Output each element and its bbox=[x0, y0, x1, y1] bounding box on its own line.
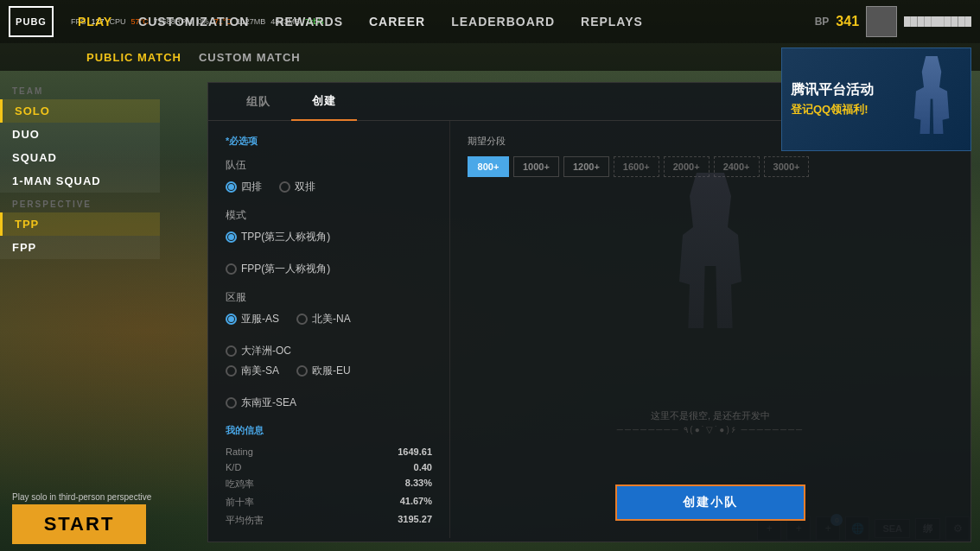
kd-label: K/D bbox=[226, 462, 241, 472]
rank-btn-1600[interactable]: 1600+ bbox=[614, 156, 659, 177]
radio-sea[interactable]: 东南亚-SEA bbox=[226, 396, 296, 410]
avgdmg-label: 平均伤害 bbox=[226, 514, 264, 527]
four-row-label: 四排 bbox=[241, 180, 262, 194]
team-section: 队伍 四排 双排 bbox=[226, 158, 432, 194]
bp-label: BP bbox=[815, 16, 830, 28]
radio-na[interactable]: 北美-NA bbox=[296, 312, 351, 326]
nav-career[interactable]: CAREER bbox=[369, 15, 425, 28]
promo-character bbox=[901, 56, 962, 142]
rank-btn-1200[interactable]: 1200+ bbox=[563, 156, 609, 177]
sidebar-item-fpp[interactable]: FPP bbox=[0, 236, 160, 259]
radio-oc[interactable]: 大洋洲-OC bbox=[226, 344, 291, 358]
win-value: 8.33% bbox=[405, 478, 432, 491]
radio-four-circle bbox=[226, 181, 237, 193]
radio-oc-circle bbox=[226, 345, 237, 357]
avatar[interactable] bbox=[866, 6, 897, 37]
radio-four-row[interactable]: 四排 bbox=[226, 180, 262, 194]
avgdmg-value: 3195.27 bbox=[398, 514, 432, 527]
na-label: 北美-NA bbox=[312, 312, 351, 326]
info-table: Rating 1649.61 K/D 0.40 吃鸡率 8.33% 前十率 41… bbox=[226, 444, 432, 529]
mode-radio-group: TPP(第三人称视角) FPP(第一人称视角) bbox=[226, 230, 432, 276]
pubg-logo: PUBG bbox=[9, 6, 54, 37]
sidebar-item-solo[interactable]: SOLO bbox=[0, 99, 160, 123]
info-row-win: 吃鸡率 8.33% bbox=[226, 475, 432, 493]
team-label: 队伍 bbox=[226, 158, 432, 173]
radio-fpp[interactable]: FPP(第一人称视角) bbox=[226, 262, 330, 276]
radio-tpp[interactable]: TPP(第三人称视角) bbox=[226, 230, 330, 244]
info-row-kd: K/D 0.40 bbox=[226, 459, 432, 475]
radio-asia[interactable]: 亚服-AS bbox=[226, 312, 279, 326]
sidebar-item-tpp[interactable]: TPP bbox=[0, 212, 160, 236]
start-description: Play solo in third-person perspective bbox=[12, 492, 151, 502]
radio-eu-circle bbox=[296, 365, 308, 377]
promo-card[interactable]: 腾讯平台活动 登记QQ领福利! bbox=[781, 48, 971, 151]
tab-group[interactable]: 组队 bbox=[226, 84, 291, 120]
fpp-mode-label: FPP(第一人称视角) bbox=[241, 262, 330, 276]
mode-label: 模式 bbox=[226, 208, 432, 223]
sidebar-item-squad[interactable]: SQUAD bbox=[0, 146, 160, 169]
tab-create[interactable]: 创建 bbox=[291, 83, 357, 121]
asia-label: 亚服-AS bbox=[241, 312, 279, 326]
subnav-custom-match[interactable]: CUSTOM MATCH bbox=[199, 51, 301, 64]
create-squad-button[interactable]: 创建小队 bbox=[615, 484, 805, 521]
two-row-label: 双排 bbox=[295, 180, 315, 194]
sa-label: 南美-SA bbox=[241, 364, 279, 378]
radio-sea-circle bbox=[226, 397, 237, 408]
kd-value: 0.40 bbox=[414, 462, 432, 472]
top10-value: 41.67% bbox=[400, 496, 432, 509]
wip-text: 这里不是很空, 是还在开发中 ──────── ٩(●˙▽˙●)۶ ──────… bbox=[617, 409, 804, 434]
radio-fpp-circle bbox=[226, 263, 237, 275]
sidebar-item-duo[interactable]: DUO bbox=[0, 123, 160, 146]
perspective-section-label: PERSPECTIVE bbox=[0, 193, 160, 212]
team-section-label: TEAM bbox=[0, 79, 160, 99]
wip-main: 这里不是很空, 是还在开发中 bbox=[617, 409, 804, 422]
panel-right: 期望分段 800+ 1000+ 1200+ 1600+ 2000+ 2400+ … bbox=[450, 121, 970, 538]
sea-label: 东南亚-SEA bbox=[241, 396, 296, 410]
top10-label: 前十率 bbox=[226, 496, 254, 509]
nav-rewards[interactable]: REWARDS bbox=[275, 15, 343, 28]
region-radio-group: 亚服-AS 北美-NA 大洋洲-OC bbox=[226, 312, 432, 358]
radio-sa[interactable]: 南美-SA bbox=[226, 364, 279, 378]
region-section: 区服 亚服-AS 北美-NA 大洋洲-OC bbox=[226, 290, 432, 410]
username: ██████████ bbox=[904, 16, 971, 27]
sidebar-item-1man-squad[interactable]: 1-MAN SQUAD bbox=[0, 169, 160, 193]
top-right: BP 341 ██████████ bbox=[815, 6, 971, 37]
myinfo-label: 我的信息 bbox=[226, 424, 432, 437]
nav-play[interactable]: PLAY bbox=[78, 15, 112, 28]
promo-subtitle: 登记QQ领福利! bbox=[791, 102, 893, 117]
promo-text: 腾讯平台活动 登记QQ领福利! bbox=[791, 81, 893, 118]
start-button[interactable]: START bbox=[12, 504, 146, 544]
subnav-public-match[interactable]: PUBLIC MATCH bbox=[86, 51, 181, 64]
rank-btn-3000[interactable]: 3000+ bbox=[764, 156, 810, 177]
radio-two-circle bbox=[279, 181, 290, 193]
rank-btn-1000[interactable]: 1000+ bbox=[513, 156, 559, 177]
char-silhouette bbox=[676, 173, 745, 328]
win-label: 吃鸡率 bbox=[226, 478, 254, 491]
radio-two-row[interactable]: 双排 bbox=[279, 180, 315, 194]
info-row-rating: Rating 1649.61 bbox=[226, 444, 432, 459]
info-row-top10: 前十率 41.67% bbox=[226, 493, 432, 511]
team-radio-group: 四排 双排 bbox=[226, 180, 432, 194]
nav-customization[interactable]: CUSTOMIZATION bbox=[138, 15, 249, 28]
panel-left: *必选项 队伍 四排 双排 模式 bbox=[208, 121, 450, 538]
nav-replays[interactable]: REPLAYS bbox=[581, 15, 643, 28]
nav-leaderboard[interactable]: LEADERBOARD bbox=[451, 15, 555, 28]
panel-content: *必选项 队伍 四排 双排 模式 bbox=[208, 121, 970, 538]
required-label: *必选项 bbox=[226, 135, 432, 148]
sidebar: TEAM SOLO DUO SQUAD 1-MAN SQUAD PERSPECT… bbox=[0, 71, 160, 268]
region-radio-group-2: 南美-SA 欧服-EU 东南亚-SEA bbox=[226, 364, 432, 410]
promo-title: 腾讯平台活动 bbox=[791, 81, 893, 99]
character-display bbox=[659, 164, 762, 337]
radio-tpp-circle bbox=[226, 231, 237, 243]
radio-asia-circle bbox=[226, 314, 237, 325]
radio-eu[interactable]: 欧服-EU bbox=[296, 364, 351, 378]
radio-na-circle bbox=[296, 314, 308, 325]
bp-value: 341 bbox=[836, 14, 859, 29]
rating-value: 1649.61 bbox=[398, 446, 432, 457]
tpp-mode-label: TPP(第三人称视角) bbox=[241, 230, 330, 244]
eu-label: 欧服-EU bbox=[312, 364, 351, 378]
rank-btn-800[interactable]: 800+ bbox=[468, 156, 509, 177]
info-row-avgdmg: 平均伤害 3195.27 bbox=[226, 511, 432, 529]
wip-sub: ──────── ٩(●˙▽˙●)۶ ──────── bbox=[617, 425, 804, 434]
oc-label: 大洋洲-OC bbox=[241, 344, 291, 358]
